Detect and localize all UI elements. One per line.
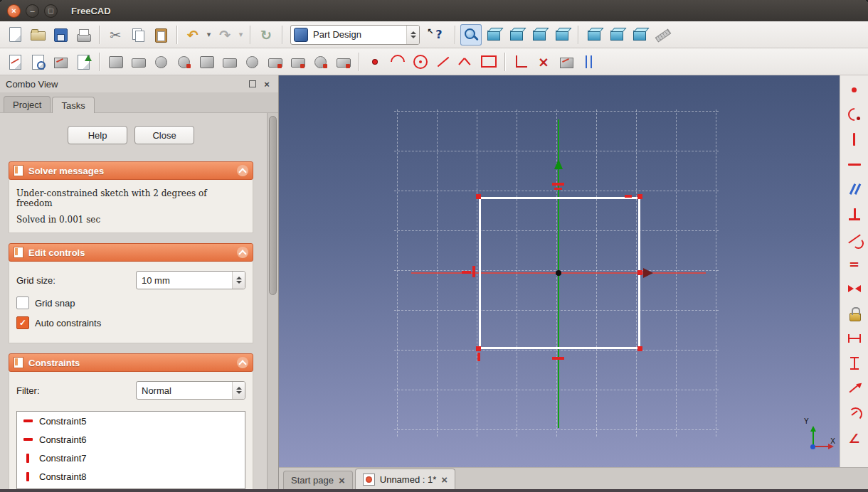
collapse-section-icon[interactable] xyxy=(237,247,248,258)
constraint-parallel-icon[interactable] xyxy=(845,179,864,199)
fit-all-icon[interactable] xyxy=(460,24,482,46)
constraint-horizontal-distance-icon[interactable] xyxy=(845,328,864,348)
undo-icon[interactable]: ↶ xyxy=(182,24,203,46)
print-icon[interactable] xyxy=(73,24,94,46)
collapse-section-icon[interactable] xyxy=(237,165,248,176)
toggle-construction-icon[interactable] xyxy=(578,51,600,73)
3d-viewport[interactable]: Y X xyxy=(279,75,840,467)
create-rectangle-icon[interactable] xyxy=(478,51,499,73)
subtractive-primitive-icon[interactable] xyxy=(218,51,240,73)
create-point-icon[interactable] xyxy=(364,51,386,73)
tab-unnamed-document[interactable]: Unnamed : 1* × xyxy=(355,469,455,489)
constraint-marker[interactable] xyxy=(637,346,642,351)
constraint-tangent-icon[interactable] xyxy=(845,229,864,249)
whats-this-icon[interactable]: ? xyxy=(424,24,450,46)
constraint-angle-icon[interactable]: ∠ xyxy=(845,428,864,448)
front-view-icon[interactable] xyxy=(506,24,527,46)
tab-tasks[interactable]: Tasks xyxy=(52,97,94,113)
new-document-icon[interactable] xyxy=(4,24,26,46)
constraint-marker[interactable] xyxy=(552,183,564,186)
constraint-list-item[interactable]: Constraint7 xyxy=(17,449,245,467)
refresh-icon[interactable]: ↻ xyxy=(255,24,277,46)
constraint-marker[interactable] xyxy=(625,195,632,198)
edit-sketch-icon[interactable] xyxy=(27,51,48,73)
constraint-marker[interactable] xyxy=(477,353,480,361)
constraint-marker[interactable] xyxy=(637,270,642,275)
close-panel-icon[interactable]: × xyxy=(261,78,272,90)
trim-edge-icon[interactable]: × xyxy=(533,51,554,73)
auto-constraints-checkbox[interactable]: ✓ xyxy=(16,316,29,329)
redo-dropdown-icon[interactable]: ▾ xyxy=(237,24,245,46)
axonometric-view-icon[interactable] xyxy=(483,24,504,46)
grid-size-spinner[interactable] xyxy=(232,272,245,289)
grid-size-select[interactable]: 10 mm xyxy=(136,271,245,289)
constraint-point-on-object-icon[interactable] xyxy=(845,105,864,124)
constraint-marker[interactable] xyxy=(552,357,564,360)
edit-controls-header[interactable]: Edit controls xyxy=(9,243,253,262)
scrollbar-thumb[interactable] xyxy=(269,116,277,295)
constraint-filter-select[interactable]: Normal xyxy=(136,381,245,400)
top-view-icon[interactable] xyxy=(529,24,550,46)
constraint-symmetric-icon[interactable] xyxy=(845,279,864,299)
constraint-coincident-icon[interactable] xyxy=(845,80,864,100)
new-sketch-icon[interactable] xyxy=(4,51,26,73)
left-view-icon[interactable] xyxy=(629,24,650,46)
pocket-icon[interactable] xyxy=(127,51,149,73)
float-panel-icon[interactable] xyxy=(247,78,258,90)
panel-scrollbar[interactable] xyxy=(267,113,278,489)
constraint-list-item[interactable]: Constraint5 xyxy=(17,412,245,430)
mirrored-icon[interactable] xyxy=(332,51,354,73)
open-document-icon[interactable] xyxy=(27,24,48,46)
workbench-spinner[interactable] xyxy=(406,26,419,44)
additive-primitive-icon[interactable] xyxy=(196,51,217,73)
constraint-list-item[interactable]: Constraint8 xyxy=(17,467,245,486)
constraint-marker[interactable] xyxy=(554,188,562,190)
redo-icon[interactable]: ↷ xyxy=(214,24,235,46)
create-line-icon[interactable] xyxy=(433,51,454,73)
help-button[interactable]: Help xyxy=(68,126,127,144)
window-maximize-button[interactable]: □ xyxy=(44,4,58,18)
constraint-perpendicular-icon[interactable] xyxy=(845,204,864,224)
constraint-distance-icon[interactable] xyxy=(845,378,864,398)
validate-sketch-icon[interactable] xyxy=(556,51,577,73)
external-geometry-icon[interactable] xyxy=(510,51,531,73)
constraints-list[interactable]: Constraint5 Constraint6 Constraint7 xyxy=(16,411,245,489)
constraint-marker[interactable] xyxy=(476,346,481,351)
paste-icon[interactable] xyxy=(150,24,171,46)
create-polyline-icon[interactable] xyxy=(455,51,477,73)
close-tab-icon[interactable]: × xyxy=(339,475,345,486)
collapse-section-icon[interactable] xyxy=(237,357,248,368)
leave-sketch-icon[interactable] xyxy=(73,51,94,73)
constraints-header[interactable]: Constraints xyxy=(9,353,253,372)
constraint-equal-icon[interactable]: = xyxy=(845,254,864,274)
undo-dropdown-icon[interactable]: ▾ xyxy=(205,24,213,46)
measure-distance-icon[interactable] xyxy=(652,24,673,46)
constraint-vertical-icon[interactable] xyxy=(845,129,864,149)
constraint-horizontal-icon[interactable] xyxy=(845,154,864,174)
rear-view-icon[interactable] xyxy=(583,24,605,46)
constraint-marker[interactable] xyxy=(637,194,642,199)
sketch-origin-point[interactable] xyxy=(556,270,561,276)
linear-pattern-icon[interactable] xyxy=(287,51,308,73)
constraint-radius-icon[interactable] xyxy=(845,403,864,423)
revolution-icon[interactable] xyxy=(150,51,171,73)
tab-project[interactable]: Project xyxy=(4,96,51,112)
constraint-marker[interactable] xyxy=(476,194,481,199)
constraint-lock-icon[interactable] xyxy=(845,304,864,323)
close-tab-icon[interactable]: × xyxy=(441,474,448,485)
copy-icon[interactable] xyxy=(127,24,149,46)
filter-spinner[interactable] xyxy=(232,382,245,399)
right-view-icon[interactable] xyxy=(551,24,573,46)
window-close-button[interactable]: × xyxy=(7,4,21,18)
constraint-vertical-distance-icon[interactable] xyxy=(845,353,864,373)
constraint-marker[interactable] xyxy=(472,266,475,277)
bottom-view-icon[interactable] xyxy=(606,24,628,46)
close-task-button[interactable]: Close xyxy=(134,126,194,144)
grid-snap-checkbox[interactable] xyxy=(16,296,29,309)
map-sketch-icon[interactable] xyxy=(50,51,71,73)
constraint-list-item[interactable]: Constraint6 xyxy=(17,430,245,449)
polar-pattern-icon[interactable] xyxy=(309,51,331,73)
save-icon[interactable] xyxy=(50,24,71,46)
create-arc-icon[interactable] xyxy=(387,51,408,73)
groove-icon[interactable] xyxy=(173,51,194,73)
